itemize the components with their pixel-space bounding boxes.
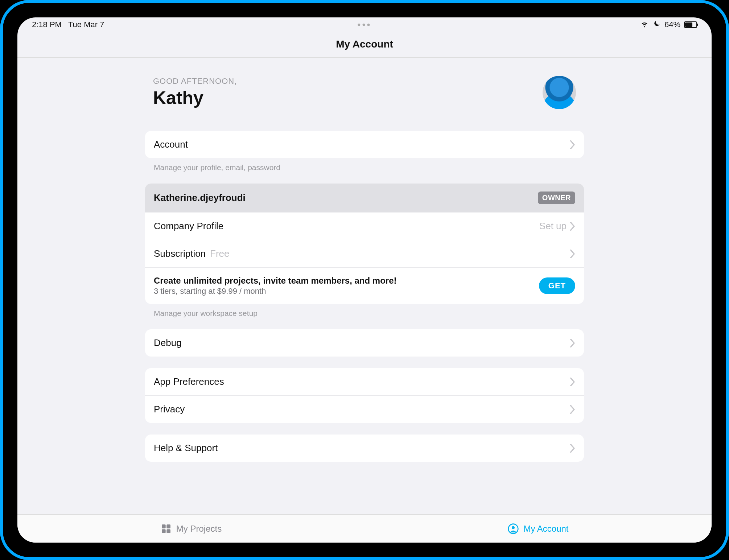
svg-rect-3 [166, 529, 170, 533]
screen: 2:18 PM Tue Mar 7 ••• 64% My Account [17, 17, 712, 543]
subscription-row[interactable]: Subscription Free [145, 240, 584, 268]
workspace-footer: Manage your workspace setup [145, 304, 584, 318]
tab-my-account-label: My Account [523, 524, 568, 534]
multitask-dots-icon[interactable]: ••• [357, 19, 371, 30]
owner-badge: OWNER [538, 192, 575, 204]
tab-my-projects[interactable]: My Projects [17, 515, 364, 543]
privacy-row[interactable]: Privacy [145, 396, 584, 423]
status-time: 2:18 PM [32, 20, 62, 29]
chevron-right-icon [570, 444, 575, 453]
content-scroll[interactable]: GOOD AFTERNOON, Kathy Account Manage [17, 58, 712, 514]
status-bar: 2:18 PM Tue Mar 7 ••• 64% [17, 17, 712, 32]
debug-row[interactable]: Debug [145, 329, 584, 357]
svg-rect-1 [166, 524, 170, 528]
help-support-label: Help & Support [154, 442, 218, 454]
status-left: 2:18 PM Tue Mar 7 [32, 20, 104, 29]
company-profile-row[interactable]: Company Profile Set up [145, 213, 584, 240]
status-date: Tue Mar 7 [68, 20, 104, 29]
status-right: 64% [640, 19, 697, 30]
avatar[interactable] [543, 76, 576, 109]
svg-rect-2 [162, 529, 166, 533]
wifi-icon [640, 19, 649, 30]
company-profile-value: Set up [539, 221, 567, 232]
help-support-row[interactable]: Help & Support [145, 435, 584, 462]
privacy-label: Privacy [154, 404, 185, 415]
account-label: Account [154, 139, 188, 150]
grid-icon [160, 523, 172, 535]
tab-bar: My Projects My Account [17, 514, 712, 543]
tab-my-projects-label: My Projects [176, 524, 222, 534]
app-preferences-row[interactable]: App Preferences [145, 368, 584, 396]
subscription-value: Free [210, 248, 229, 259]
greeting-label: GOOD AFTERNOON, [153, 77, 237, 86]
tab-my-account[interactable]: My Account [364, 515, 712, 543]
device-frame: 2:18 PM Tue Mar 7 ••• 64% My Account [0, 0, 729, 560]
workspace-header-row: Katherine.djeyfroudi OWNER [145, 184, 584, 213]
workspace-name: Katherine.djeyfroudi [154, 192, 246, 203]
chevron-right-icon [570, 339, 575, 347]
debug-label: Debug [154, 337, 182, 349]
chevron-right-icon [570, 222, 575, 231]
subscription-promo-row: Create unlimited projects, invite team m… [145, 268, 584, 304]
chevron-right-icon [570, 250, 575, 258]
account-footer: Manage your profile, email, password [145, 158, 584, 172]
person-circle-icon [507, 523, 519, 535]
svg-rect-0 [162, 524, 166, 528]
chevron-right-icon [570, 405, 575, 414]
get-button[interactable]: GET [539, 277, 575, 294]
greeting-row: GOOD AFTERNOON, Kathy [145, 76, 584, 109]
svg-point-5 [512, 526, 515, 529]
greeting-name: Kathy [153, 87, 237, 108]
moon-icon [653, 20, 661, 30]
battery-percent: 64% [664, 20, 680, 29]
company-profile-label: Company Profile [154, 221, 223, 232]
page-title: My Account [17, 32, 712, 58]
account-row[interactable]: Account [145, 131, 584, 158]
battery-icon [684, 21, 697, 28]
chevron-right-icon [570, 378, 575, 386]
subscription-label: Subscription [154, 248, 206, 259]
app-preferences-label: App Preferences [154, 376, 224, 387]
promo-title: Create unlimited projects, invite team m… [154, 276, 397, 286]
chevron-right-icon [570, 140, 575, 149]
promo-subtitle: 3 tiers, starting at $9.99 / month [154, 287, 397, 296]
